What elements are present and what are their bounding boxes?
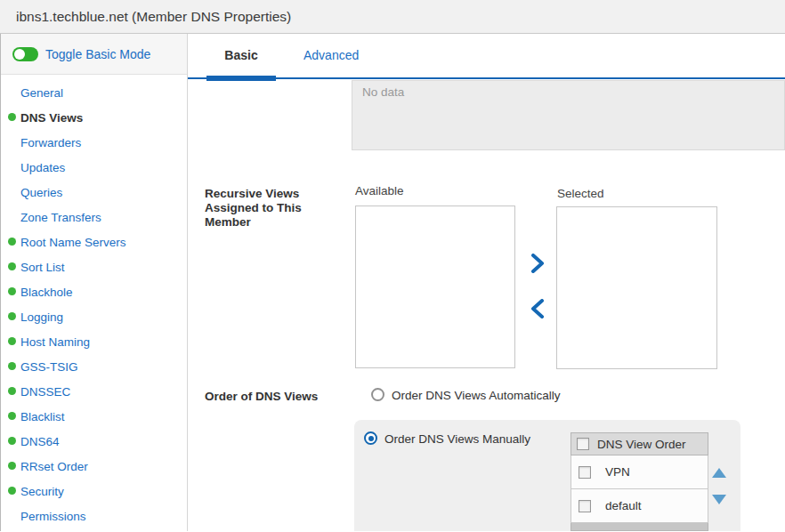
table-row[interactable]: VPN [571,455,708,489]
move-right-button[interactable] [530,254,546,273]
sidebar-item[interactable]: Root Name Servers [1,230,187,254]
sidebar-item-label: Permissions [20,510,86,523]
select-all-checkbox[interactable] [577,438,589,450]
table-header-row: DNS View Order [571,432,708,455]
move-left-button[interactable] [530,299,546,318]
sidebar-item-label: DNSSEC [20,385,70,399]
sidebar-item[interactable]: Security [1,479,187,504]
status-dot-icon [8,487,16,495]
status-dot-icon [8,412,16,420]
order-automatically-label: Order DNS Views Automatically [392,389,561,402]
sidebar-item-label: GSS-TSIG [20,360,78,374]
member-dns-properties-dialog: ibns1.techblue.net (Member DNS Propertie… [0,0,785,532]
sidebar-item-label: Host Naming [20,335,90,349]
toggle-basic-mode-label: Toggle Basic Mode [45,47,150,61]
active-tab-indicator [206,76,276,81]
sidebar-item[interactable]: Blacklist [1,404,187,429]
status-dot-icon [8,337,16,345]
tab-basic[interactable]: Basic [206,34,276,77]
sidebar-nav: General DNS Views Forwarders Upd [1,75,187,528]
sidebar-item-label: DNS64 [20,435,60,448]
status-dot-icon [8,262,16,270]
sidebar-item-label: Zone Transfers [20,211,101,224]
row-checkbox[interactable] [579,500,591,512]
table-rows: VPN default [571,455,708,523]
status-dot-icon [8,287,16,295]
sidebar-item-label: Logging [20,310,63,324]
sidebar-item[interactable]: DNSSEC [1,379,187,404]
sidebar-item-label: Updates [20,161,65,174]
row-checkbox[interactable] [579,466,591,479]
chevron-left-icon [530,299,546,318]
available-views-listbox[interactable] [355,206,515,368]
sidebar-item-label: Blacklist [20,410,65,423]
dns-view-name: default [605,499,642,512]
sidebar-item-label: Root Name Servers [20,236,126,249]
sidebar-item-label: Security [20,485,64,498]
tab-basic-label: Basic [224,48,257,62]
sidebar-item[interactable]: DNS64 [1,429,187,454]
dns-view-order-table: DNS View Order VPN [571,432,708,531]
sidebar-item-label: DNS Views [20,111,83,125]
toggle-on-icon[interactable] [12,47,38,61]
sidebar-item[interactable]: Host Naming [1,329,187,354]
table-header-label: DNS View Order [597,438,686,451]
sidebar-item[interactable]: GSS-TSIG [1,354,187,379]
tab-advanced-label: Advanced [303,48,359,62]
sidebar-item-label: Queries [20,186,62,199]
sidebar-item[interactable]: Blackhole [1,279,187,304]
selected-views-listbox[interactable] [556,206,717,369]
status-dot-icon [8,362,16,370]
main-content: Basic Advanced Views No data Recursive V… [188,34,785,531]
status-dot-icon [8,113,16,121]
order-automatically-radio[interactable] [371,388,384,401]
sidebar-item[interactable]: General [1,80,187,105]
manual-order-panel: Order DNS Views Manually DNS View Order [354,420,740,531]
sidebar-item-label: RRset Order [20,460,88,473]
available-column-label: Available [355,184,404,197]
sidebar-item[interactable]: Permissions [1,504,187,528]
status-dot-icon [8,312,16,320]
sidebar-item-label: Sort List [20,261,65,274]
dialog-title: ibns1.techblue.net (Member DNS Propertie… [0,0,785,33]
order-of-dns-views-label: Order of DNS Views [205,390,318,403]
tab-bar: Basic Advanced [188,34,785,79]
status-dot-icon [8,462,16,470]
sidebar-item[interactable]: Zone Transfers [1,205,187,230]
order-manually-label: Order DNS Views Manually [384,432,530,446]
status-dot-icon [8,437,16,445]
sidebar-item[interactable]: Forwarders [1,130,187,155]
sidebar-item-label: Forwarders [20,136,81,149]
table-row[interactable]: default [571,489,708,523]
no-data-text: No data [352,81,784,103]
dns-view-name: VPN [605,465,630,479]
chevron-right-icon [530,254,546,273]
recursive-views-label: Recursive Views Assigned to This Member [205,187,345,230]
sidebar-item[interactable]: Queries [1,180,187,205]
selected-column-label: Selected [557,187,604,200]
sidebar-item-label: General [20,86,63,100]
move-down-button[interactable] [712,495,726,504]
form-scroll-area[interactable]: Views No data Recursive Views Assigned t… [188,79,785,531]
sidebar-item[interactable]: Logging [1,304,187,329]
dialog-titlebar: ibns1.techblue.net (Member DNS Propertie… [0,0,785,34]
sidebar-item[interactable]: Sort List [1,254,187,279]
sidebar: Toggle Basic Mode General DNS Views [1,34,188,531]
status-dot-icon [8,238,16,246]
toggle-basic-mode[interactable]: Toggle Basic Mode [1,34,187,75]
sidebar-item-label: Blackhole [20,286,73,299]
dialog-body: Toggle Basic Mode General DNS Views [0,34,785,531]
move-up-button[interactable] [712,468,726,478]
table-horizontal-scrollbar[interactable] [571,523,708,531]
order-manually-radio[interactable] [364,431,377,445]
status-dot-icon [8,387,16,395]
tab-advanced[interactable]: Advanced [302,34,360,77]
sidebar-item[interactable]: RRset Order [1,454,187,479]
sidebar-item[interactable]: Updates [1,155,187,180]
views-empty-listbox: No data [352,80,785,150]
sidebar-item[interactable]: DNS Views [1,105,187,130]
